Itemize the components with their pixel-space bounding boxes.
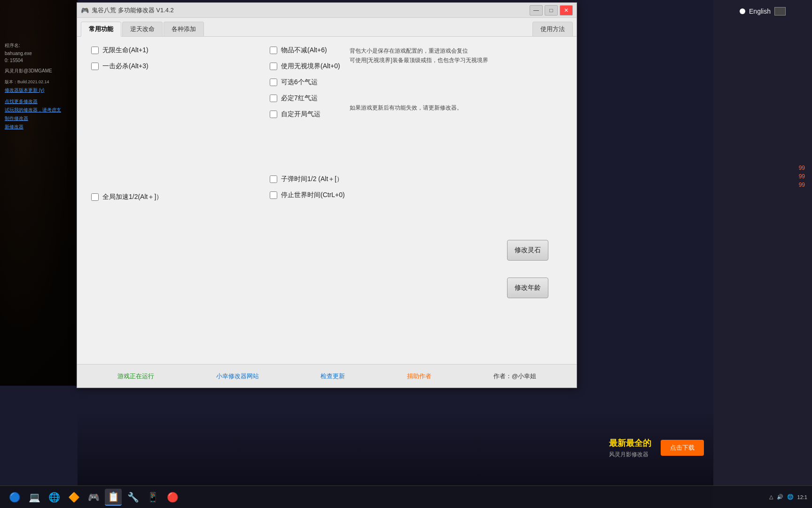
checkbox-seven-red-luck[interactable] bbox=[270, 95, 277, 102]
left-sidebar: 程序名: bahuang.exe 0: 15504 风灵月影@3DMGAME 版… bbox=[0, 0, 78, 386]
new-trainer-link[interactable]: 新修改器 bbox=[5, 124, 73, 130]
label-stop-time: 停止世界时间(CtrL+0) bbox=[281, 191, 345, 199]
exe-name: bahuang.exe bbox=[5, 51, 73, 56]
title-bar: 🎮 鬼谷八荒 多功能修改器 V1.4.2 — □ ✕ bbox=[77, 3, 577, 18]
language-dot bbox=[740, 8, 745, 14]
checkbox-item-nodec[interactable] bbox=[270, 47, 277, 54]
systray-chevron: △ bbox=[769, 494, 773, 500]
checkbox-no-boundary[interactable] bbox=[270, 63, 277, 70]
content-area: 无限生命(Alt+1) 一击必杀(Alt+3) 全局加速1/2(Alt＋]） 物… bbox=[77, 37, 577, 364]
label-seven-red-luck: 必定7红气运 bbox=[281, 94, 318, 103]
label-no-boundary: 使用无视境界(Alt+0) bbox=[281, 62, 340, 71]
taskbar-app-icon[interactable]: 📱 bbox=[144, 489, 161, 506]
tab-godmode[interactable]: 逆天改命 bbox=[122, 22, 163, 36]
systray-volume: 🔊 bbox=[777, 494, 783, 500]
more-trainers-link[interactable]: 点找更多修改器 bbox=[5, 98, 73, 105]
checkbox-custom-luck[interactable] bbox=[270, 111, 277, 118]
taskbar-explorer-icon[interactable]: 💻 bbox=[26, 489, 43, 506]
tab-bar: 常用功能 逆天改命 各种添加 使用方法 bbox=[77, 18, 577, 37]
modify-age-btn[interactable]: 修改年龄 bbox=[507, 278, 548, 298]
taskbar-orange-icon[interactable]: 🔶 bbox=[65, 489, 82, 506]
minimize-btn[interactable]: — bbox=[530, 5, 543, 16]
left-checkboxes: 无限生命(Alt+1) 一击必杀(Alt+3) 全局加速1/2(Alt＋]） bbox=[91, 46, 270, 209]
checkbox-six-luck[interactable] bbox=[270, 79, 277, 86]
right-numbers: 99 99 99 bbox=[799, 165, 805, 188]
banner-download-btn[interactable]: 点击下载 bbox=[661, 440, 704, 456]
checkbox-row-global-speed: 全局加速1/2(Alt＋]） bbox=[91, 193, 270, 201]
app-title: 鬼谷八荒 多功能修改器 V1.4.2 bbox=[92, 6, 530, 15]
footer-status: 游戏正在运行 bbox=[117, 372, 154, 381]
desc-line1: 背包大小是保存在游戏配置的，重进游戏会复位 bbox=[350, 46, 528, 56]
make-trainer-link[interactable]: 制作修改器 bbox=[5, 115, 73, 122]
taskbar-record-icon[interactable]: 🔴 bbox=[164, 489, 181, 506]
version-info: 版本：Build.2021.02.14 bbox=[5, 79, 73, 85]
taskbar-steam-icon[interactable]: 🎮 bbox=[85, 489, 102, 506]
taskbar-wechat-icon[interactable]: 🔵 bbox=[6, 489, 23, 506]
app-window: 🎮 鬼谷八荒 多功能修改器 V1.4.2 — □ ✕ 常用功能 逆天改命 各种添… bbox=[77, 2, 577, 388]
language-box bbox=[774, 7, 786, 16]
label-item-nodec: 物品不减(Alt+6) bbox=[281, 46, 327, 55]
maximize-btn[interactable]: □ bbox=[545, 5, 558, 16]
modify-stone-btn[interactable]: 修改灵石 bbox=[507, 240, 548, 261]
close-btn[interactable]: ✕ bbox=[560, 5, 573, 16]
footer-check-update[interactable]: 检查更新 bbox=[320, 372, 345, 381]
label-infinite-life: 无限生命(Alt+1) bbox=[102, 46, 148, 55]
language-indicator[interactable]: English bbox=[740, 7, 786, 16]
label-bullet-half: 子弹时间1/2 (Alt＋[） bbox=[281, 175, 343, 183]
checkbox-row-bullet: 子弹时间1/2 (Alt＋[） bbox=[270, 175, 458, 183]
taskbar-tool-icon[interactable]: 🔧 bbox=[125, 489, 141, 506]
creator-info: 风灵月影@3DMGAME bbox=[5, 68, 73, 74]
checkbox-bullet-half[interactable] bbox=[270, 175, 277, 183]
label-custom-luck: 自定开局气运 bbox=[281, 110, 320, 119]
description-block: 背包大小是保存在游戏配置的，重进游戏会复位 可使用[无视境界]装备最顶级戒指，也… bbox=[350, 46, 528, 112]
desc-line2: 可使用[无视境界]装备最顶级戒指，也包含学习无视境界 bbox=[350, 56, 528, 65]
number-3: 99 bbox=[799, 182, 805, 188]
taskbar-time: 12:1 bbox=[797, 494, 807, 500]
app-icon: 🎮 bbox=[81, 7, 89, 14]
exe-label: 程序名: bbox=[5, 42, 73, 49]
checkbox-row-infinite-life: 无限生命(Alt+1) bbox=[91, 46, 270, 55]
checkbox-one-hit-kill[interactable] bbox=[91, 63, 99, 70]
footer-website[interactable]: 小幸修改器网站 bbox=[216, 372, 259, 381]
right-panel: English 99 99 99 bbox=[713, 0, 812, 508]
banner-content: 最新最全的 风灵月影修改器 bbox=[609, 437, 651, 459]
checkbox-row-one-hit: 一击必杀(Alt+3) bbox=[91, 62, 270, 71]
systray-network: 🌐 bbox=[787, 494, 794, 500]
label-one-hit-kill: 一击必杀(Alt+3) bbox=[102, 62, 148, 71]
tab-common[interactable]: 常用功能 bbox=[81, 22, 121, 37]
taskbar-systray: △ 🔊 🌐 12:1 bbox=[769, 494, 807, 500]
footer: 游戏正在运行 小幸修改器网站 检查更新 捐助作者 作者：@小幸姐 bbox=[77, 364, 577, 388]
label-six-luck: 可选6个气运 bbox=[281, 78, 318, 87]
number-2: 99 bbox=[799, 173, 805, 180]
banner-title: 最新最全的 bbox=[609, 437, 651, 449]
window-controls: — □ ✕ bbox=[530, 5, 573, 16]
taskbar-active-icon[interactable]: 📋 bbox=[105, 489, 122, 506]
language-label: English bbox=[749, 8, 771, 15]
checkbox-stop-time[interactable] bbox=[270, 191, 277, 199]
bottom-banner: 最新最全的 风灵月影修改器 点击下载 bbox=[78, 410, 713, 485]
taskbar: 🔵 💻 🌐 🔶 🎮 📋 🔧 📱 🔴 △ 🔊 🌐 12:1 bbox=[0, 485, 812, 508]
label-global-speed: 全局加速1/2(Alt＋]） bbox=[102, 193, 163, 201]
tab-misc[interactable]: 各种添加 bbox=[164, 22, 204, 36]
taskbar-edge-icon[interactable]: 🌐 bbox=[46, 489, 62, 506]
footer-donate[interactable]: 捐助作者 bbox=[407, 372, 431, 381]
pid-info: 0: 15504 bbox=[5, 58, 73, 63]
desc-line3: 如果游戏更新后有功能失效，请更新修改器。 bbox=[350, 103, 528, 112]
update-link[interactable]: 修改器版本更新 (v) bbox=[5, 87, 73, 94]
banner-sub: 风灵月影修改器 bbox=[609, 451, 651, 459]
footer-author: 作者：@小幸姐 bbox=[493, 372, 536, 381]
checkbox-row-stop-time: 停止世界时间(CtrL+0) bbox=[270, 191, 458, 199]
number-1: 99 bbox=[799, 165, 805, 171]
tab-howto[interactable]: 使用方法 bbox=[532, 22, 573, 36]
try-trainer-link[interactable]: 试玩我的修改器，请考虑支 bbox=[5, 107, 73, 113]
checkbox-infinite-life[interactable] bbox=[91, 47, 99, 54]
checkbox-global-speed[interactable] bbox=[91, 193, 99, 201]
